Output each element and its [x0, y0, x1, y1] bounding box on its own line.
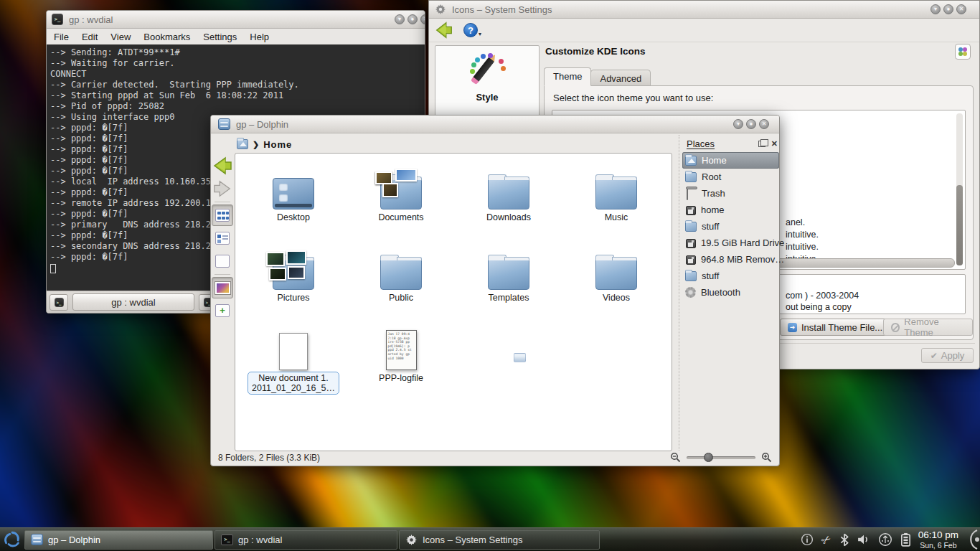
zoom-slider-handle[interactable] — [704, 453, 713, 462]
volume-icon[interactable] — [857, 534, 870, 545]
app-launcher-button[interactable] — [1, 529, 22, 550]
menu-view[interactable]: View — [110, 32, 131, 42]
sidebar-item-style[interactable]: Style — [435, 46, 539, 103]
place-home[interactable]: Home — [682, 152, 779, 169]
tab-advanced[interactable]: Advanced — [590, 70, 651, 86]
file-item-videos[interactable]: Videos — [562, 237, 670, 317]
preview-button[interactable] — [212, 277, 233, 298]
zoom-slider[interactable] — [687, 456, 755, 459]
bluetooth-icon[interactable] — [839, 533, 849, 547]
clock[interactable]: 06:10 pm Sun, 6 Feb — [918, 529, 958, 550]
float-panel-icon[interactable] — [758, 141, 765, 147]
zoom-in-icon[interactable] — [761, 452, 772, 463]
file-item-pictures[interactable]: Pictures — [240, 237, 347, 317]
maximize-button[interactable]: ● — [407, 14, 418, 24]
menu-edit[interactable]: Edit — [82, 32, 98, 42]
konsole-titlebar[interactable]: >_ gp : wvdial ▾ ● ✕ — [47, 11, 425, 29]
place-hard-drive[interactable]: 19.5 GiB Hard Drive — [682, 235, 779, 251]
place-stuff-2[interactable]: stuff — [682, 268, 779, 284]
forbidden-icon — [891, 323, 900, 332]
place-bluetooth[interactable]: Bluetooth — [682, 284, 779, 301]
drive-icon — [686, 255, 696, 265]
place-root[interactable]: Root — [682, 169, 779, 185]
panel-toolbox-icon[interactable] — [961, 529, 980, 550]
task-dolphin[interactable]: gp – Dolphin — [24, 530, 213, 550]
maximize-button[interactable]: ● — [943, 4, 953, 14]
install-theme-label: Install Theme File... — [801, 322, 882, 333]
close-button[interactable]: ✕ — [759, 119, 769, 129]
task-system-settings[interactable]: Icons – System Settings — [399, 530, 600, 550]
place-label: stuff — [702, 221, 719, 232]
details-view-button[interactable] — [212, 227, 233, 249]
vertical-scrollbar[interactable] — [956, 113, 963, 265]
clipboard-scissors-icon[interactable]: ✂ — [819, 531, 834, 547]
device-notifier-icon[interactable] — [878, 532, 892, 547]
file-item-desktop[interactable]: Desktop — [240, 156, 347, 237]
battery-icon[interactable] — [900, 532, 911, 547]
file-label: PPP-logfile — [379, 373, 423, 383]
places-header: Places ✕ — [682, 135, 779, 152]
close-panel-icon[interactable]: ✕ — [771, 139, 778, 149]
place-stuff[interactable]: stuff — [682, 218, 779, 235]
file-item-templates[interactable]: Templates — [455, 237, 562, 317]
gear-icon — [405, 534, 418, 546]
folder-view[interactable]: Desktop Documents Downloads Music — [235, 153, 672, 451]
preview-icon — [215, 282, 230, 294]
check-icon: ✔ — [930, 351, 938, 361]
close-button[interactable]: ✕ — [420, 14, 425, 24]
scrollbar-thumb[interactable] — [956, 185, 963, 265]
install-theme-button[interactable]: ➜ Install Theme File... — [780, 319, 890, 336]
menu-help[interactable]: Help — [250, 32, 269, 42]
bluetooth-icon — [685, 287, 696, 298]
menu-file[interactable]: File — [54, 32, 69, 42]
tab-theme[interactable]: Theme — [544, 67, 591, 86]
place-removable[interactable]: 964.8 MiB Remov… — [682, 251, 779, 268]
apply-button[interactable]: ✔ Apply — [921, 348, 974, 363]
drag-ghost-artifact — [514, 353, 526, 362]
file-item-new-document[interactable]: New document 1. 2011_01_20_16_5… — [240, 317, 347, 397]
place-trash[interactable]: Trash — [682, 185, 779, 202]
minimize-button[interactable]: ▾ — [930, 4, 941, 14]
divider — [215, 274, 230, 275]
info-icon[interactable] — [801, 533, 814, 546]
gear-icon — [435, 4, 446, 15]
home-folder-icon[interactable] — [237, 139, 248, 149]
minimize-button[interactable]: ▾ — [395, 14, 405, 24]
help-button[interactable]: ? ▾ — [463, 23, 481, 37]
forward-button[interactable] — [212, 178, 233, 199]
theme-description-fragment: anel. — [786, 217, 805, 227]
file-item-music[interactable]: Music — [562, 156, 670, 237]
menu-bookmarks[interactable]: Bookmarks — [143, 32, 190, 42]
file-item-ppp-logfile[interactable]: Jan 17 09:4 7:18 gp-Asp ire-5738 pp pd[1… — [347, 317, 455, 397]
back-button[interactable] — [435, 21, 453, 39]
system-settings-window-title: Icons – System Settings — [452, 4, 552, 15]
icons-view-button[interactable] — [212, 204, 233, 226]
new-tab-button[interactable]: >_ — [50, 294, 68, 311]
file-item-documents[interactable]: Documents — [347, 156, 455, 237]
system-settings-titlebar[interactable]: Icons – System Settings ▾ ● ✕ — [429, 1, 979, 19]
close-button[interactable]: ✕ — [956, 4, 966, 14]
breadcrumb-home[interactable]: Home — [263, 139, 292, 150]
konsole-tab[interactable]: gp : wvdial — [72, 293, 194, 311]
minimize-button[interactable]: ▾ — [733, 119, 743, 129]
file-item-public[interactable]: Public — [347, 237, 455, 317]
zoom-controls — [670, 452, 772, 463]
place-label: Root — [702, 171, 721, 182]
zoom-out-icon[interactable] — [670, 452, 681, 463]
place-home-partition[interactable]: home — [682, 202, 779, 218]
file-label: Documents — [378, 212, 423, 222]
terminal-line: CONNECT — [50, 69, 425, 80]
task-wvdial[interactable]: >_ gp : wvdial — [215, 530, 397, 550]
maximize-button[interactable]: ● — [746, 119, 756, 129]
remove-theme-button[interactable]: Remove Theme — [883, 319, 973, 336]
dolphin-titlebar[interactable]: gp – Dolphin ▾ ● ✕ — [211, 116, 779, 133]
dolphin-app-icon — [31, 534, 43, 545]
back-button[interactable] — [212, 155, 233, 176]
menu-settings[interactable]: Settings — [203, 32, 237, 42]
split-view-button[interactable]: + — [212, 300, 233, 321]
file-grid: Desktop Documents Downloads Music — [240, 156, 670, 397]
file-item-downloads[interactable]: Downloads — [455, 156, 562, 237]
columns-view-button[interactable] — [212, 250, 233, 272]
folder-icon — [685, 222, 697, 232]
terminal-line: --> Carrier detected. Starting PPP immed… — [50, 80, 425, 90]
